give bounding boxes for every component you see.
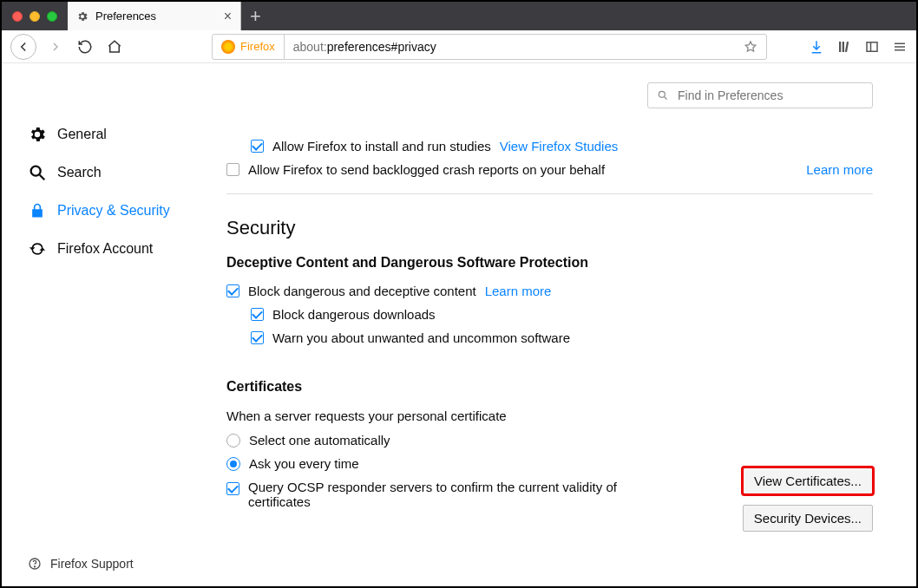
help-icon <box>28 557 42 571</box>
svg-point-8 <box>31 167 41 176</box>
sidebar-icon[interactable] <box>864 39 880 55</box>
window-traffic-lights <box>2 11 68 22</box>
svg-rect-1 <box>843 42 844 52</box>
warn-software-label: Warn you about unwanted and uncommon sof… <box>272 330 570 345</box>
back-button[interactable] <box>10 34 36 60</box>
reload-button[interactable] <box>75 36 95 57</box>
cert-ask-radio[interactable] <box>226 457 240 471</box>
crash-reports-label: Allow Firefox to send backlogged crash r… <box>248 162 605 177</box>
view-studies-link[interactable]: View Firefox Studies <box>500 139 618 154</box>
svg-rect-3 <box>867 42 877 51</box>
sidebar-item-privacy[interactable]: Privacy & Security <box>28 192 200 230</box>
firefox-support-link[interactable]: Firefox Support <box>28 557 134 571</box>
sidebar-item-label: Firefox Account <box>57 241 153 257</box>
svg-line-9 <box>40 175 45 180</box>
firefox-icon <box>221 40 235 54</box>
tab-strip: Preferences × + <box>2 2 916 30</box>
identity-brand: Firefox <box>240 40 275 53</box>
section-divider <box>226 193 873 194</box>
navigation-toolbar: Firefox about:preferences#privacy <box>2 30 916 63</box>
downloads-icon[interactable] <box>809 39 824 55</box>
close-window-button[interactable] <box>12 11 23 22</box>
search-icon <box>28 163 47 182</box>
cert-ask-row: Ask you every time <box>226 452 725 475</box>
toolbar-right <box>809 39 908 55</box>
block-downloads-label: Block dangerous downloads <box>272 307 436 322</box>
browser-tab-preferences[interactable]: Preferences × <box>68 2 241 30</box>
library-icon[interactable] <box>836 39 852 55</box>
cert-request-text: When a server requests your personal cer… <box>226 403 725 428</box>
crash-reports-checkbox[interactable] <box>226 163 239 176</box>
deceptive-content-heading: Deceptive Content and Dangerous Software… <box>226 255 873 271</box>
home-button[interactable] <box>104 36 125 57</box>
forward-button[interactable] <box>45 36 66 57</box>
allow-studies-label: Allow Firefox to install and run studies <box>272 139 491 154</box>
preferences-main: Allow Firefox to install and run studies… <box>200 63 916 586</box>
security-devices-button[interactable]: Security Devices... <box>743 505 873 532</box>
svg-rect-2 <box>845 41 849 51</box>
crash-reports-row: Allow Firefox to send backlogged crash r… <box>226 158 873 181</box>
svg-point-11 <box>34 566 35 567</box>
warn-software-row: Warn you about unwanted and uncommon sof… <box>226 326 873 350</box>
url-bar[interactable]: Firefox about:preferences#privacy <box>212 34 767 60</box>
view-certificates-button[interactable]: View Certificates... <box>743 467 873 494</box>
gear-icon <box>76 10 89 23</box>
menu-icon[interactable] <box>892 39 908 55</box>
sync-icon <box>28 239 47 258</box>
minimize-window-button[interactable] <box>30 11 40 22</box>
ocsp-row: Query OCSP responder servers to confirm … <box>226 475 626 513</box>
allow-studies-checkbox[interactable] <box>251 140 264 153</box>
block-content-label: Block dangerous and deceptive content <box>248 284 476 298</box>
cert-auto-row: Select one automatically <box>226 428 725 452</box>
bookmark-star-icon[interactable] <box>744 40 757 54</box>
ocsp-label: Query OCSP responder servers to confirm … <box>248 480 626 509</box>
ocsp-checkbox[interactable] <box>226 482 239 495</box>
svg-rect-0 <box>839 42 841 52</box>
sidebar-item-search[interactable]: Search <box>28 154 200 192</box>
search-icon <box>657 89 669 101</box>
block-downloads-row: Block dangerous downloads <box>226 303 873 326</box>
svg-point-12 <box>659 91 665 97</box>
block-content-checkbox[interactable] <box>226 284 239 297</box>
sidebar-item-general[interactable]: General <box>28 115 200 154</box>
block-downloads-checkbox[interactable] <box>251 308 264 321</box>
cert-auto-label: Select one automatically <box>249 433 390 448</box>
gear-icon <box>28 125 47 144</box>
allow-studies-row: Allow Firefox to install and run studies… <box>226 134 873 158</box>
crash-learn-more-link[interactable]: Learn more <box>806 162 873 177</box>
lock-icon <box>28 201 47 220</box>
cert-ask-label: Ask you every time <box>249 456 359 471</box>
sidebar-item-label: Search <box>57 165 102 180</box>
tab-title: Preferences <box>95 10 217 23</box>
find-input[interactable] <box>676 88 863 103</box>
warn-software-checkbox[interactable] <box>251 331 264 344</box>
cert-auto-radio[interactable] <box>226 434 240 448</box>
find-in-preferences[interactable] <box>647 82 873 108</box>
zoom-window-button[interactable] <box>47 11 57 22</box>
identity-box[interactable]: Firefox <box>213 35 285 59</box>
close-tab-icon[interactable]: × <box>224 10 232 23</box>
security-heading: Security <box>226 217 873 239</box>
new-tab-button[interactable]: + <box>241 7 270 26</box>
help-label: Firefox Support <box>50 557 134 571</box>
sidebar-item-label: Privacy & Security <box>57 203 170 219</box>
preferences-sidebar: General Search Privacy & Security Firefo… <box>2 63 200 586</box>
url-text: about:preferences#privacy <box>285 40 445 54</box>
sidebar-item-label: General <box>57 127 107 142</box>
svg-line-13 <box>665 97 667 100</box>
block-learn-more-link[interactable]: Learn more <box>485 284 552 298</box>
block-content-row: Block dangerous and deceptive content Le… <box>226 279 873 303</box>
sidebar-item-account[interactable]: Firefox Account <box>28 230 200 268</box>
certificates-heading: Certificates <box>226 379 873 395</box>
